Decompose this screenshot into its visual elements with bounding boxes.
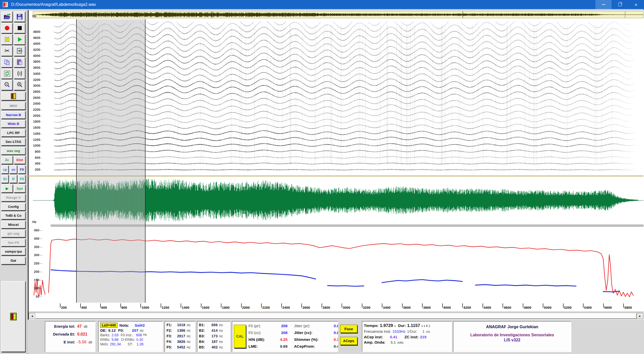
time-tick-label: 5200 (564, 306, 572, 309)
pause-button[interactable] (1, 34, 13, 45)
scrollbar-thumb[interactable] (35, 313, 637, 319)
sidebar-button-d[interactable]: D (10, 175, 17, 183)
sidebar-button-f0[interactable]: F0 (18, 175, 26, 183)
f0inst-unit: Hz (143, 333, 147, 337)
overview-waveform-canvas[interactable] (33, 11, 643, 18)
maximize-button[interactable] (612, 0, 628, 9)
bandwidths-panel: B1:656HzB2:414HzB3:173HzB4:187HzB5:402Hz (197, 321, 230, 352)
minimize-button[interactable] (595, 0, 612, 9)
formant-row: F1:1018Hz (167, 323, 193, 328)
open-button[interactable] (1, 11, 13, 22)
f0-unit: Hz (140, 329, 144, 333)
time-tick-label: 3400 (383, 306, 390, 309)
aceps-button[interactable]: ACeps (340, 337, 357, 345)
sidebar-button-config[interactable]: Config (1, 203, 26, 211)
measure-value: 4.25 (274, 337, 287, 342)
bandwidth-label: B4: (199, 340, 206, 344)
zoom-in-button[interactable] (14, 80, 25, 90)
sidebar-button-sampa-ipa[interactable]: sampa-ipa (1, 248, 26, 255)
sidebar-button-dat[interactable]: Dat (1, 257, 26, 264)
paste-button[interactable] (14, 57, 25, 68)
sidebar-button-wav[interactable]: WAV (1, 102, 26, 110)
sidebar-button--[interactable]: ▶ (1, 184, 13, 193)
stop-button[interactable] (14, 23, 25, 33)
time-tick (120, 303, 121, 308)
spec-freq-tick: 2400. (26, 102, 42, 105)
sidebar-button-riesgo-v[interactable]: Riesgo V (1, 194, 26, 202)
speaker-button[interactable] (14, 46, 25, 56)
exit-button[interactable] (1, 92, 26, 100)
sidebar-button-glo-seg[interactable]: glo seg (1, 230, 26, 237)
copy-icon (4, 59, 10, 65)
spec-freq-tick: 3600. (26, 66, 42, 70)
cal-button[interactable]: CAL (234, 325, 246, 348)
copy-button[interactable] (1, 57, 13, 68)
sidebar-button-narrow-b[interactable]: Narrow B (1, 111, 26, 119)
scroll-left-button[interactable]: ◄ (29, 313, 35, 319)
sidebar-button-wav-seg[interactable]: wav seg (1, 147, 26, 155)
time-tick-label: 3000 (343, 306, 350, 309)
cut-button[interactable]: ✂ (1, 46, 13, 56)
exit-application-button[interactable] (1, 281, 26, 352)
spec-freq-tick: 1200. (26, 138, 42, 142)
la3-badge[interactable]: La3=440 (100, 323, 117, 328)
sidebar-button-etot[interactable]: Etot (14, 156, 26, 164)
spec-freq-tick: 1600. (26, 126, 42, 129)
refresh-button[interactable] (1, 68, 13, 79)
zoom-in-icon (17, 82, 23, 88)
sidebar-button-cp[interactable]: cp (1, 165, 9, 174)
segment-button[interactable] (14, 68, 25, 79)
time-tick-label: 600 (101, 306, 107, 309)
energy-unit: dB (84, 325, 88, 328)
st-value: 1.28 (137, 342, 143, 346)
bandwidth-label: B1: (199, 323, 206, 327)
time-tick-label: 5600 (604, 306, 612, 309)
sidebar-button-tobi-co[interactable]: ToBI & Co (1, 212, 26, 219)
time-tick (623, 303, 624, 308)
time-tick (181, 303, 181, 308)
bandwidth-value: 402 (206, 345, 218, 349)
bandwidth-row: B1:656Hz (199, 323, 228, 328)
f0-freq-unit-label: Hz (32, 220, 43, 224)
tiempo-value: 1.9729 (380, 323, 393, 328)
file-overview-strip[interactable] (33, 11, 643, 18)
sidebar-button-f0[interactable]: F0 (18, 165, 26, 174)
f0-freq-tick: 400– (26, 237, 42, 240)
save-icon (17, 14, 23, 20)
sidebar-button-wide-b[interactable]: Wide B (1, 120, 26, 128)
time-tick-label: 4200 (463, 306, 471, 309)
sidebar-button-et[interactable]: Et (1, 175, 9, 183)
sidebar-button-syn[interactable]: Syn (14, 184, 26, 193)
zoom-out-button[interactable] (1, 80, 13, 90)
spec-freq-tick: 3200. (26, 78, 42, 82)
nota-label: Nota: (119, 323, 129, 327)
frecuencia-label: Frecuencia Inst: (364, 329, 391, 334)
sidebar-button-miscel[interactable]: Miscel (1, 221, 26, 229)
time-tick-label: 4600 (504, 306, 511, 309)
acep-label: ACep inst: (364, 335, 383, 339)
sidebar-button-sec-ltas[interactable]: Sec-LTAS (1, 138, 26, 146)
fase-button[interactable]: Fase (340, 325, 357, 333)
formant-unit: Hz (187, 340, 191, 344)
sidebar-button-lpc-rp[interactable]: LPC RP (1, 129, 26, 137)
formant-label: F2: (167, 328, 174, 333)
spec-freq-tick: 2000. (26, 114, 42, 118)
sidebar-button-sec-f0[interactable]: Sec-F0 (1, 239, 26, 247)
time-tick (603, 303, 604, 308)
play-button[interactable] (14, 34, 25, 45)
horizontal-scrollbar[interactable]: ◄ ► (29, 313, 643, 319)
formant-label: F3: (167, 334, 174, 338)
sidebar-button-cc[interactable]: cc (10, 165, 17, 174)
close-button[interactable]: × (628, 0, 644, 9)
time-tick (483, 303, 483, 308)
measure-label-2: Jitter (cc): (294, 330, 328, 335)
selection-region[interactable] (76, 19, 146, 303)
spec-freq-tick: 2200. (26, 108, 42, 112)
record-button[interactable] (1, 23, 13, 33)
scroll-right-button[interactable]: ► (637, 313, 643, 319)
f0inst-value: 608 (136, 333, 142, 337)
sidebar-button-zc[interactable]: Zc (1, 156, 13, 164)
bandwidth-value: 656 (206, 323, 218, 327)
time-tick (221, 303, 221, 308)
save-button[interactable] (14, 11, 25, 22)
